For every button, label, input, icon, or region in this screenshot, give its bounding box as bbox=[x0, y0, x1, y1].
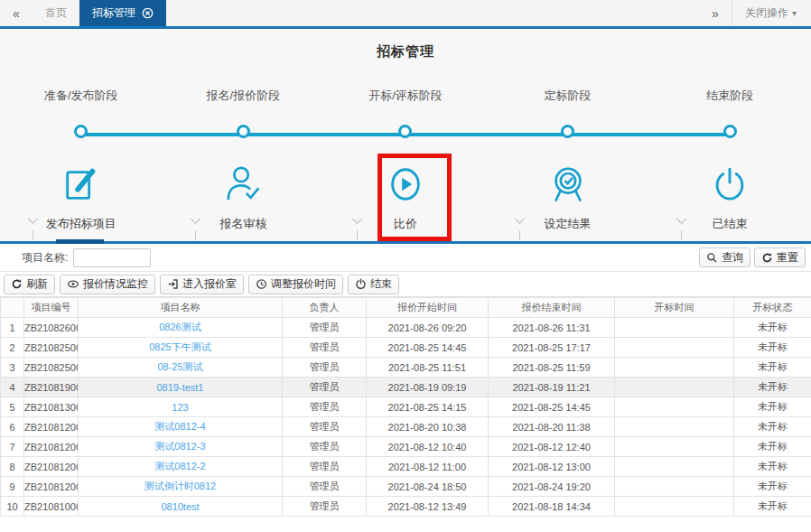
bid-open-time bbox=[615, 397, 734, 417]
project-owner: 管理员 bbox=[283, 457, 367, 477]
row-index: 6 bbox=[1, 417, 24, 437]
stage-tab-publish-label: 发布招标项目 bbox=[46, 217, 117, 230]
tab-bid-management[interactable]: 招标管理 bbox=[79, 0, 166, 26]
project-name-link[interactable]: 测试倒计时0812 bbox=[79, 477, 283, 497]
table-row[interactable]: 4 ZB210819001 0819-test1 管理员 2021-08-19 … bbox=[1, 378, 811, 397]
projects-table: 项目编号 项目名称 负责人 报价开始时间 报价结束时间 开标时间 开标状态 1 … bbox=[0, 297, 811, 517]
project-name-link[interactable]: 123 bbox=[79, 397, 283, 417]
play-circle-icon[interactable] bbox=[385, 163, 426, 205]
query-button-label: 查询 bbox=[722, 250, 743, 266]
project-name-input[interactable] bbox=[73, 248, 151, 267]
quote-start-time: 2021-08-25 14:15 bbox=[367, 397, 489, 417]
project-name-link[interactable]: 0825下午测试 bbox=[79, 338, 283, 358]
project-name-link[interactable]: 测试0812-2 bbox=[79, 457, 283, 477]
bid-open-status: 未开标 bbox=[734, 497, 811, 517]
quote-end-time: 2021-08-19 11:21 bbox=[489, 378, 615, 397]
table-row[interactable]: 9 ZB210812001 测试倒计时0812 管理员 2021-08-24 1… bbox=[1, 477, 811, 497]
bid-open-time bbox=[615, 358, 734, 378]
row-index: 5 bbox=[1, 397, 24, 417]
edit-icon[interactable] bbox=[61, 163, 102, 205]
table-row[interactable]: 2 ZB210825003 0825下午测试 管理员 2021-08-25 14… bbox=[1, 338, 811, 358]
query-button[interactable]: 查询 bbox=[699, 247, 750, 267]
page-title: 招标管理 bbox=[0, 29, 811, 61]
chevron-down-icon bbox=[351, 218, 363, 225]
stage-tab-finished[interactable]: 已结束 bbox=[648, 216, 811, 232]
bid-open-time bbox=[615, 417, 734, 437]
col-header-owner: 负责人 bbox=[283, 298, 367, 318]
enter-quote-room-button[interactable]: 进入报价室 bbox=[160, 275, 244, 294]
project-name-link[interactable]: 测试0812-4 bbox=[79, 417, 283, 437]
project-code: ZB210812004 bbox=[24, 417, 79, 437]
project-name-link[interactable]: 08-25测试 bbox=[79, 358, 283, 378]
search-icon bbox=[706, 252, 718, 264]
bid-open-time bbox=[615, 477, 734, 497]
refresh-button[interactable]: 刷新 bbox=[4, 275, 55, 294]
adjust-quote-time-button[interactable]: 调整报价时间 bbox=[248, 275, 343, 294]
stage-tab-review-label: 报名审核 bbox=[219, 217, 266, 230]
project-owner: 管理员 bbox=[283, 358, 367, 378]
power-icon[interactable] bbox=[709, 163, 750, 205]
bid-open-time bbox=[615, 497, 734, 517]
quote-end-time: 2021-08-18 14:34 bbox=[489, 497, 615, 517]
quote-monitor-button[interactable]: 报价情况监控 bbox=[60, 275, 155, 294]
row-index: 4 bbox=[1, 378, 24, 397]
tab-home[interactable]: 首页 bbox=[33, 0, 79, 26]
table-row[interactable]: 7 ZB210812003 测试0812-3 管理员 2021-08-12 10… bbox=[1, 437, 811, 457]
quote-end-time: 2021-08-24 19:20 bbox=[489, 477, 615, 497]
table-row[interactable]: 3 ZB210825001 08-25测试 管理员 2021-08-25 11:… bbox=[1, 358, 811, 378]
caret-down-icon: ▾ bbox=[792, 8, 797, 18]
project-owner: 管理员 bbox=[283, 378, 367, 397]
project-name-link[interactable]: 0826测试 bbox=[79, 318, 283, 338]
project-owner: 管理员 bbox=[283, 417, 367, 437]
project-owner: 管理员 bbox=[283, 397, 367, 417]
col-header-name: 项目名称 bbox=[79, 298, 283, 318]
bid-open-time bbox=[615, 437, 734, 457]
row-index: 2 bbox=[1, 338, 24, 358]
user-check-icon[interactable] bbox=[222, 163, 264, 205]
project-owner: 管理员 bbox=[283, 477, 367, 497]
target-check-icon[interactable] bbox=[547, 163, 589, 205]
table-row[interactable]: 6 ZB210812004 测试0812-4 管理员 2021-08-20 10… bbox=[1, 417, 811, 437]
col-header-start: 报价开始时间 bbox=[367, 298, 489, 318]
close-tab-icon[interactable] bbox=[142, 7, 154, 19]
table-row[interactable]: 1 ZB210826001 0826测试 管理员 2021-08-26 09:2… bbox=[1, 318, 811, 338]
search-bar: 项目名称: 查询 重置 bbox=[0, 244, 811, 272]
project-code: ZB210810001 bbox=[24, 497, 79, 517]
stage-tab-publish[interactable]: 发布招标项目 bbox=[0, 216, 163, 232]
quote-end-time: 2021-08-25 11:59 bbox=[489, 358, 615, 378]
table-header-row: 项目编号 项目名称 负责人 报价开始时间 报价结束时间 开标时间 开标状态 bbox=[1, 298, 811, 318]
project-name-link[interactable]: 测试0812-3 bbox=[79, 437, 283, 457]
expand-tabs-icon[interactable]: » bbox=[699, 0, 732, 26]
project-name-link[interactable]: 0810test bbox=[79, 497, 283, 517]
stage-tab-result[interactable]: 设定结果 bbox=[487, 216, 649, 232]
reset-button[interactable]: 重置 bbox=[754, 247, 806, 267]
quote-start-time: 2021-08-19 09:19 bbox=[367, 378, 489, 397]
phase-label-prepare: 准备/发布阶段 bbox=[0, 88, 163, 104]
stage-tab-compare[interactable]: 比价 bbox=[324, 216, 487, 232]
project-name-link[interactable]: 0819-test1 bbox=[79, 378, 283, 397]
project-code: ZB210812001 bbox=[24, 477, 79, 497]
chevron-down-icon bbox=[190, 218, 201, 225]
row-index: 1 bbox=[1, 318, 24, 338]
project-name-label: 项目名称: bbox=[22, 250, 68, 266]
stage-tabs-row: 发布招标项目 报名审核 比价 设定结果 已结束 bbox=[0, 216, 811, 232]
quote-monitor-button-label: 报价情况监控 bbox=[83, 276, 148, 292]
end-button[interactable]: 结束 bbox=[348, 275, 399, 294]
collapse-tabs-icon[interactable]: « bbox=[0, 0, 33, 26]
clock-icon bbox=[256, 278, 267, 290]
col-header-status: 开标状态 bbox=[734, 298, 811, 318]
table-row[interactable]: 5 ZB210813001 123 管理员 2021-08-25 14:15 2… bbox=[1, 397, 811, 417]
project-code: ZB210825003 bbox=[24, 338, 79, 358]
project-code: ZB210812003 bbox=[24, 437, 79, 457]
close-operations-dropdown[interactable]: 关闭操作 ▾ bbox=[732, 0, 811, 26]
stage-tab-review[interactable]: 报名审核 bbox=[163, 216, 325, 232]
bid-open-time bbox=[615, 318, 734, 338]
table-row[interactable]: 10 ZB210810001 0810test 管理员 2021-08-12 1… bbox=[1, 497, 811, 517]
tab-bid-management-label: 招标管理 bbox=[92, 5, 135, 21]
bid-open-status: 未开标 bbox=[734, 318, 811, 338]
stage-tab-finished-label: 已结束 bbox=[713, 217, 748, 230]
col-header-index bbox=[1, 298, 24, 318]
project-code: ZB210826001 bbox=[24, 318, 79, 338]
quote-end-time: 2021-08-20 11:38 bbox=[489, 417, 615, 437]
table-row[interactable]: 8 ZB210812002 测试0812-2 管理员 2021-08-12 11… bbox=[1, 457, 811, 477]
